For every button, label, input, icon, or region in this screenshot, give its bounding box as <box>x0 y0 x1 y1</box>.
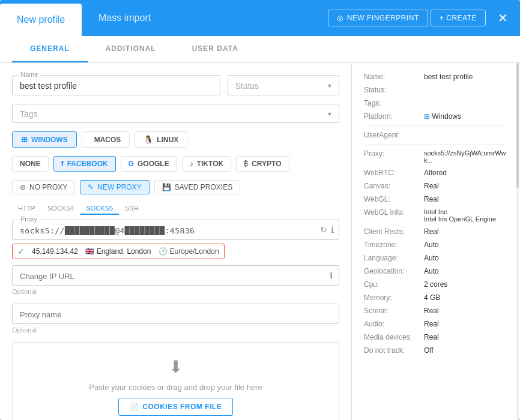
platform-macos-button[interactable]: MACOS <box>82 131 130 148</box>
modal-header: New profile Mass import ◎ NEW FINGERPRIN… <box>0 0 520 36</box>
summary-platform-label: Platform: <box>364 112 424 121</box>
summary-timezone-value: Auto <box>424 241 508 249</box>
ip-country: 🇬🇧 England, London <box>85 247 151 256</box>
refresh-icon[interactable]: ↻ <box>320 225 327 235</box>
protocol-tabs: HTTP SOCKS4 SOCKS5 SSH <box>12 203 339 215</box>
browser-facebook-button[interactable]: f FACEBOOK <box>53 156 116 172</box>
change-ip-field: ℹ <box>12 265 339 286</box>
right-panel: Name: best test profile Status: Tags: Pl… <box>352 63 520 420</box>
fingerprint-icon: ◎ <box>337 14 343 22</box>
summary-platform-row: Platform: ⊞ Windows <box>364 112 508 121</box>
summary-tags-label: Tags: <box>364 99 424 107</box>
proxy-name-row: Optional <box>12 304 339 334</box>
close-button[interactable]: ✕ <box>493 11 513 25</box>
tags-row: Tags ▾ <box>12 104 339 123</box>
tags-field-group[interactable]: Tags ▾ <box>12 104 339 123</box>
summary-useragent-row: UserAgent: <box>364 131 508 139</box>
summary-client-rects-row: Client Rects: Real <box>364 227 508 236</box>
proxy-input-container: Proxy ↻ ℹ <box>12 220 339 240</box>
tab-mass-import[interactable]: Mass import <box>82 0 168 36</box>
summary-status-row: Status: <box>364 86 508 94</box>
summary-useragent-label: UserAgent: <box>364 131 424 139</box>
summary-timezone-row: Timezone: Auto <box>364 241 508 249</box>
summary-webrtc-row: WebRTC: Altered <box>364 169 508 177</box>
tab-additional[interactable]: ADDITIONAL <box>88 36 174 62</box>
no-proxy-button[interactable]: ⊘ NO PROXY <box>12 180 75 194</box>
summary-webgl-value: Real <box>424 195 508 203</box>
linux-icon: 🐧 <box>144 135 153 144</box>
summary-status-label: Status: <box>364 86 424 94</box>
ip-address: 45.149.134.42 <box>32 247 78 256</box>
change-ip-input[interactable] <box>20 272 317 281</box>
browser-google-button[interactable]: G GOOGLE <box>121 156 177 172</box>
summary-canvas-row: Canvas: Real <box>364 182 508 190</box>
new-proxy-button[interactable]: ✎ NEW PROXY <box>80 180 149 194</box>
scrollbar-thumb[interactable] <box>516 63 519 188</box>
summary-do-not-track-value: Off <box>424 346 508 355</box>
scrollbar-track <box>516 63 519 420</box>
summary-tags-row: Tags: <box>364 99 508 107</box>
modal: New profile Mass import ◎ NEW FINGERPRIN… <box>0 0 520 420</box>
cookie-instructions: Paste your cookies or drag and drop your… <box>89 383 262 392</box>
summary-media-devices-label: Media devices: <box>364 333 424 341</box>
chevron-down-icon: ▾ <box>328 82 331 90</box>
tiktok-icon: ♪ <box>190 160 193 168</box>
saved-proxies-button[interactable]: 💾 SAVED PROXIES <box>154 180 240 194</box>
tab-new-profile[interactable]: New profile <box>0 4 82 36</box>
change-ip-optional: Optional <box>12 288 339 295</box>
proto-ssh[interactable]: SSH <box>119 203 145 215</box>
platform-linux-button[interactable]: 🐧 LINUX <box>135 131 187 148</box>
ip-timezone: 🕐 Europe/London <box>159 247 219 256</box>
file-icon: 📄 <box>130 403 139 411</box>
download-icon: ⬇ <box>169 357 183 377</box>
left-panel: Name Status ▾ Tags ▾ ⊞ WINDOWS <box>0 63 352 420</box>
proxy-type-buttons: ⊘ NO PROXY ✎ NEW PROXY 💾 SAVED PROXIES <box>12 180 339 194</box>
summary-client-rects-value: Real <box>424 227 508 236</box>
browser-none-button[interactable]: NONE <box>12 156 49 172</box>
cookie-drop-area: ⬇ Paste your cookies or drag and drop yo… <box>12 342 339 420</box>
summary-screen-value: Real <box>424 307 508 315</box>
tab-general[interactable]: GENERAL <box>12 36 88 62</box>
clock-icon: 🕐 <box>159 247 168 256</box>
summary-memory-label: Memory: <box>364 293 424 302</box>
summary-proxy-value: socks5://zsNyGjWA:umrWwk... <box>424 149 508 164</box>
name-field-group: Name <box>12 75 220 95</box>
summary-media-devices-row: Media devices: Real <box>364 333 508 341</box>
new-fingerprint-button[interactable]: ◎ NEW FINGERPRINT <box>328 10 428 26</box>
summary-name-row: Name: best test profile <box>364 73 508 81</box>
proto-socks5[interactable]: SOCKS5 <box>80 203 119 215</box>
summary-audio-row: Audio: Real <box>364 320 508 328</box>
proto-socks4[interactable]: SOCKS4 <box>41 203 80 215</box>
summary-name-label: Name: <box>364 73 424 81</box>
cookies-from-file-button[interactable]: 📄 COOKIES FROM FILE <box>118 398 233 416</box>
proto-http[interactable]: HTTP <box>12 203 41 215</box>
status-field-group[interactable]: Status ▾ <box>228 75 339 95</box>
browser-tiktok-button[interactable]: ♪ TIKTOK <box>182 156 231 172</box>
browser-crypto-button[interactable]: ₿ CRYPTO <box>236 156 289 172</box>
sub-tabs: GENERAL ADDITIONAL USER DATA <box>0 36 520 63</box>
change-ip-row: ℹ Optional <box>12 265 339 295</box>
summary-geolocation-label: Geolocation: <box>364 267 424 275</box>
info-icon[interactable]: ℹ <box>331 225 334 235</box>
proxy-action-icons: ↻ ℹ <box>320 225 334 235</box>
proxy-name-field <box>12 304 339 324</box>
summary-proxy-label: Proxy: <box>364 149 424 158</box>
summary-media-devices-value: Real <box>424 333 508 341</box>
summary-cpu-value: 2 cores <box>424 280 508 289</box>
summary-cpu-label: Cpu: <box>364 280 424 289</box>
proxy-name-input[interactable] <box>20 310 317 319</box>
windows-icon: ⊞ <box>21 135 28 144</box>
change-ip-info-icon[interactable]: ℹ <box>330 271 333 280</box>
summary-client-rects-label: Client Rects: <box>364 227 424 236</box>
tab-user-data[interactable]: USER DATA <box>174 36 256 62</box>
proxy-input[interactable] <box>20 226 315 235</box>
platform-windows-button[interactable]: ⊞ WINDOWS <box>12 131 77 148</box>
windows-summary-icon: ⊞ <box>424 112 430 121</box>
summary-timezone-label: Timezone: <box>364 241 424 249</box>
name-input[interactable] <box>20 81 213 91</box>
flag-icon: 🇬🇧 <box>85 247 94 256</box>
saved-proxies-icon: 💾 <box>162 183 171 191</box>
proxy-label: Proxy <box>19 215 39 223</box>
status-placeholder: Status <box>235 81 259 91</box>
create-button[interactable]: + CREATE <box>431 10 486 26</box>
